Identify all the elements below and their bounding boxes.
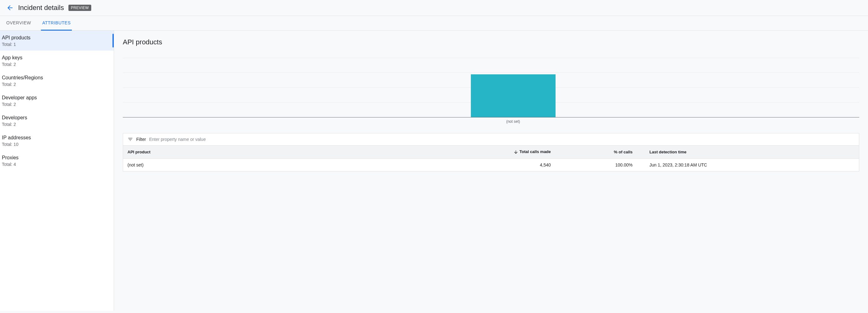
sidebar-item-ip-addresses[interactable]: IP addressesTotal: 10 <box>0 131 114 151</box>
cell-last: Jun 1, 2023, 2:30:18 AM UTC <box>637 158 859 171</box>
sidebar-item-total: Total: 2 <box>2 62 16 67</box>
chart-gridline <box>123 72 859 73</box>
tab-overview[interactable]: OVERVIEW <box>5 16 32 31</box>
cell-product: (not set) <box>123 158 417 171</box>
back-arrow-icon[interactable] <box>6 4 14 11</box>
table-row[interactable]: (not set)4,540100.00%Jun 1, 2023, 2:30:1… <box>123 158 859 171</box>
preview-badge: PREVIEW <box>68 5 91 11</box>
sidebar-item-label: Proxies <box>2 155 109 161</box>
cell-pct: 100.00% <box>555 158 637 171</box>
main-content: API products (not set) Filter API produc… <box>114 31 868 311</box>
chart-plot <box>123 58 859 118</box>
col-calls[interactable]: Total calls made <box>417 146 555 159</box>
sidebar-item-total: Total: 1 <box>2 42 16 47</box>
page-title: Incident details <box>18 4 64 12</box>
cell-calls: 4,540 <box>417 158 555 171</box>
filter-icon[interactable] <box>127 136 133 142</box>
chart-bar <box>471 74 556 117</box>
col-calls-label: Total calls made <box>520 149 551 154</box>
tab-attributes[interactable]: ATTRIBUTES <box>41 16 72 31</box>
filter-label: Filter <box>136 137 146 142</box>
sidebar-item-total: Total: 10 <box>2 142 19 147</box>
sidebar-item-total: Total: 2 <box>2 82 16 87</box>
sidebar-item-countries-regions[interactable]: Countries/RegionsTotal: 2 <box>0 71 114 91</box>
sidebar-item-total: Total: 4 <box>2 162 16 167</box>
sidebar-item-app-keys[interactable]: App keysTotal: 2 <box>0 51 114 71</box>
filter-input[interactable] <box>149 137 855 142</box>
sidebar-item-total: Total: 2 <box>2 122 16 127</box>
chart-xlabel: (not set) <box>506 119 520 124</box>
sidebar-item-proxies[interactable]: ProxiesTotal: 4 <box>0 151 114 170</box>
col-pct[interactable]: % of calls <box>555 146 637 159</box>
col-last[interactable]: Last detection time <box>637 146 859 159</box>
sort-desc-icon <box>514 150 518 155</box>
page-header: Incident details PREVIEW <box>0 0 868 16</box>
sidebar-item-label: Developers <box>2 115 109 121</box>
sidebar-item-label: Countries/Regions <box>2 75 109 81</box>
data-table: API product Total calls made % of calls … <box>123 145 859 171</box>
sidebar: API productsTotal: 1App keysTotal: 2Coun… <box>0 31 114 311</box>
section-title: API products <box>123 38 859 46</box>
sidebar-item-label: API products <box>2 35 109 41</box>
tab-bar: OVERVIEW ATTRIBUTES <box>0 16 868 31</box>
chart-xlabels: (not set) <box>123 119 859 126</box>
col-product[interactable]: API product <box>123 146 417 159</box>
sidebar-item-label: Developer apps <box>2 95 109 101</box>
sidebar-item-total: Total: 2 <box>2 102 16 107</box>
sidebar-item-label: IP addresses <box>2 135 109 140</box>
chart: (not set) <box>123 55 859 126</box>
sidebar-item-developers[interactable]: DevelopersTotal: 2 <box>0 111 114 131</box>
sidebar-item-developer-apps[interactable]: Developer appsTotal: 2 <box>0 91 114 111</box>
sidebar-item-label: App keys <box>2 55 109 61</box>
sidebar-item-api-products[interactable]: API productsTotal: 1 <box>0 31 114 51</box>
filter-bar: Filter <box>123 133 859 145</box>
